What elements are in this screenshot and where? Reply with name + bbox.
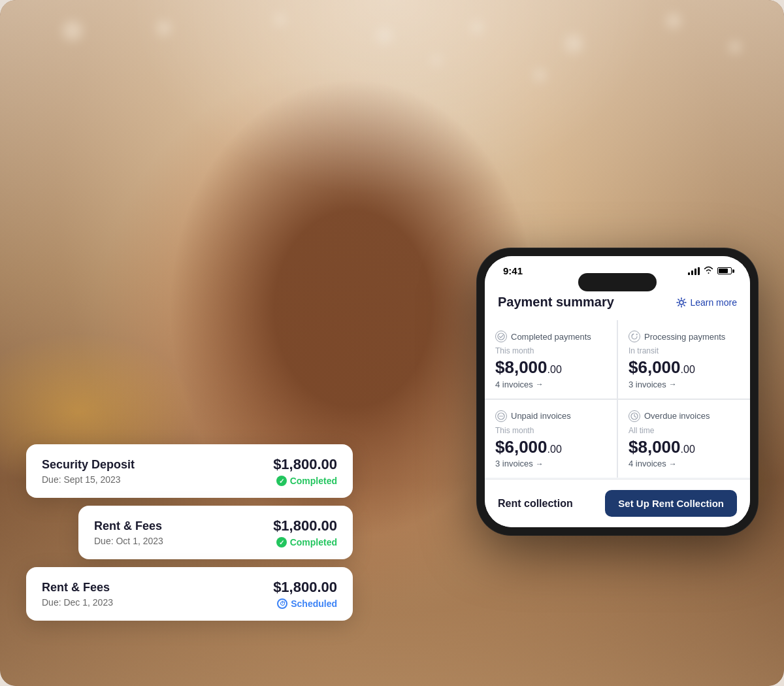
summary-cell-overdue[interactable]: Overdue invoices All time $8,000.00 4 in… bbox=[618, 400, 750, 478]
signal-bar-4 bbox=[698, 267, 700, 275]
summary-grid: Completed payments This month $8,000.00 … bbox=[485, 320, 750, 478]
wifi-icon bbox=[704, 266, 713, 276]
card-title: Security Deposit bbox=[42, 458, 135, 472]
card-right: $1,800.00 ⏱ Scheduled bbox=[273, 579, 337, 609]
svg-line-8 bbox=[684, 299, 685, 299]
card-status-completed: ✓ Completed bbox=[273, 476, 337, 486]
signal-bar-2 bbox=[691, 270, 693, 275]
svg-line-6 bbox=[684, 304, 685, 305]
card-left: Rent & Fees Due: Oct 1, 2023 bbox=[94, 519, 163, 546]
cell-invoices-overdue[interactable]: 4 invoices → bbox=[629, 459, 740, 468]
arrow-right-icon: → bbox=[669, 459, 677, 468]
card-right: $1,800.00 ✓ Completed bbox=[273, 517, 337, 547]
signal-bar-3 bbox=[694, 269, 696, 275]
battery-icon bbox=[717, 267, 732, 274]
cell-label-row: Processing payments bbox=[629, 331, 740, 342]
card-due-date: Due: Sept 15, 2023 bbox=[42, 474, 135, 485]
cell-amount-overdue: $8,000.00 bbox=[629, 438, 740, 457]
cell-invoices-processing[interactable]: 3 invoices → bbox=[629, 380, 740, 389]
card-amount: $1,800.00 bbox=[273, 456, 337, 473]
cell-invoices-completed[interactable]: 4 invoices → bbox=[495, 380, 606, 389]
signal-bars-icon bbox=[688, 267, 700, 275]
status-bar: 9:41 bbox=[485, 256, 750, 282]
check-icon: ✓ bbox=[276, 476, 287, 486]
floating-cards-container: Security Deposit Due: Sept 15, 2023 $1,8… bbox=[26, 444, 353, 621]
rent-collection-label: Rent collection bbox=[498, 498, 573, 510]
battery-fill bbox=[719, 269, 728, 273]
status-icons bbox=[688, 266, 732, 276]
arrow-right-icon: → bbox=[536, 380, 544, 389]
learn-more-text[interactable]: Learn more bbox=[690, 297, 737, 308]
payment-summary-title: Payment summary bbox=[498, 295, 614, 310]
phone-bottom-bar: Rent collection Set Up Rent Collection bbox=[485, 479, 750, 527]
card-right: $1,800.00 ✓ Completed bbox=[273, 456, 337, 486]
refresh-circle-icon bbox=[629, 331, 640, 342]
svg-line-7 bbox=[678, 304, 679, 305]
status-time: 9:41 bbox=[503, 265, 523, 276]
cell-amount-unpaid: $6,000.00 bbox=[495, 438, 606, 457]
summary-cell-unpaid[interactable]: Unpaid invoices This month $6,000.00 3 i… bbox=[485, 400, 617, 478]
svg-line-5 bbox=[678, 299, 679, 299]
card-left: Security Deposit Due: Sept 15, 2023 bbox=[42, 458, 135, 485]
cell-invoices-unpaid[interactable]: 3 invoices → bbox=[495, 459, 606, 468]
card-title: Rent & Fees bbox=[94, 519, 163, 533]
cell-label-overdue: Overdue invoices bbox=[644, 411, 710, 421]
cell-sublabel-processing: In transit bbox=[629, 346, 740, 355]
cell-label-row: Unpaid invoices bbox=[495, 410, 606, 422]
check-icon: ✓ bbox=[276, 537, 287, 547]
learn-more-link[interactable]: Learn more bbox=[676, 297, 737, 308]
svg-point-9 bbox=[498, 333, 504, 340]
payment-card-security-deposit: Security Deposit Due: Sept 15, 2023 $1,8… bbox=[26, 444, 353, 498]
signal-bar-1 bbox=[688, 272, 690, 275]
cell-amount-completed: $8,000.00 bbox=[495, 358, 606, 377]
cell-label-row: Overdue invoices bbox=[629, 410, 740, 422]
check-circle-icon bbox=[495, 331, 507, 342]
card-due-date: Due: Oct 1, 2023 bbox=[94, 536, 163, 546]
card-amount: $1,800.00 bbox=[273, 579, 337, 596]
cell-sublabel-overdue: All time bbox=[629, 426, 740, 435]
cell-sublabel-unpaid: This month bbox=[495, 426, 606, 435]
card-left: Rent & Fees Due: Dec 1, 2023 bbox=[42, 581, 113, 608]
payment-card-rent-fees-dec: Rent & Fees Due: Dec 1, 2023 $1,800.00 ⏱… bbox=[26, 567, 353, 621]
card-status-scheduled: ⏱ Scheduled bbox=[273, 598, 337, 609]
cell-amount-processing: $6,000.00 bbox=[629, 358, 740, 377]
cell-sublabel-completed: This month bbox=[495, 346, 606, 355]
clock-circle-icon bbox=[629, 410, 640, 422]
summary-cell-processing[interactable]: Processing payments In transit $6,000.00… bbox=[618, 320, 750, 399]
card-due-date: Due: Dec 1, 2023 bbox=[42, 597, 113, 608]
phone-mockup: 9:41 bbox=[477, 248, 758, 535]
settings-sun-icon bbox=[676, 297, 687, 308]
svg-point-0 bbox=[679, 301, 683, 304]
phone-screen: 9:41 bbox=[485, 256, 750, 527]
card-status-completed: ✓ Completed bbox=[273, 537, 337, 547]
payment-card-rent-fees-oct: Rent & Fees Due: Oct 1, 2023 $1,800.00 ✓… bbox=[78, 506, 353, 559]
summary-cell-completed[interactable]: Completed payments This month $8,000.00 … bbox=[485, 320, 617, 399]
notch bbox=[578, 273, 657, 291]
minus-circle-icon bbox=[495, 410, 507, 422]
clock-icon: ⏱ bbox=[277, 598, 287, 609]
setup-rent-collection-button[interactable]: Set Up Rent Collection bbox=[605, 490, 737, 517]
cell-label-completed: Completed payments bbox=[511, 332, 591, 342]
cell-label-row: Completed payments bbox=[495, 331, 606, 342]
card-title: Rent & Fees bbox=[42, 581, 113, 595]
cell-label-processing: Processing payments bbox=[644, 332, 725, 342]
arrow-right-icon: → bbox=[669, 380, 677, 389]
cell-label-unpaid: Unpaid invoices bbox=[511, 411, 571, 421]
card-amount: $1,800.00 bbox=[273, 517, 337, 534]
arrow-right-icon: → bbox=[536, 459, 544, 468]
